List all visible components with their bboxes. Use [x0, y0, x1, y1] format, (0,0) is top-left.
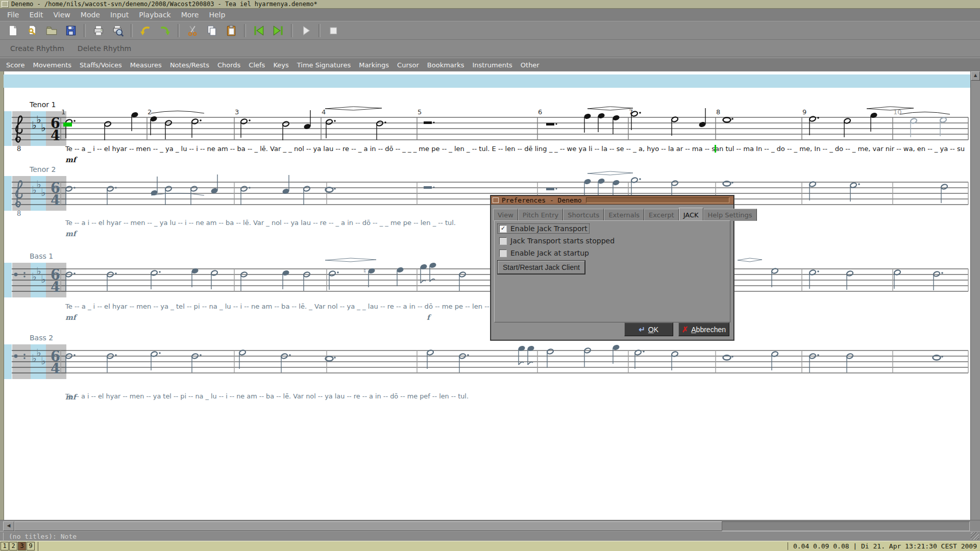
- score-menu-staffs-voices[interactable]: Staffs/Voices: [76, 60, 126, 70]
- tab-excerpt[interactable]: Excerpt: [644, 209, 679, 221]
- play-button[interactable]: [297, 23, 314, 38]
- note[interactable]: [211, 270, 218, 289]
- note[interactable]: [809, 181, 816, 201]
- checkbox-unchecked-icon[interactable]: [499, 237, 507, 245]
- score-canvas[interactable]: 123456789108♭♭♭64Tenor 1Te -- a _ i -- e…: [0, 71, 980, 520]
- horizontal-scrollbar[interactable]: ◀: [0, 520, 980, 531]
- tab-view[interactable]: View: [493, 209, 518, 221]
- note[interactable]: [240, 186, 251, 205]
- checkbox-unchecked-icon[interactable]: [499, 249, 507, 257]
- note[interactable]: [190, 186, 198, 205]
- scroll-left-icon[interactable]: ◀: [3, 521, 14, 531]
- note[interactable]: [933, 271, 943, 290]
- note[interactable]: [107, 186, 117, 205]
- window-menu-icon[interactable]: [2, 1, 8, 7]
- ok-button[interactable]: ↵ OK: [624, 322, 673, 336]
- document-properties-button[interactable]: [23, 23, 41, 38]
- horizontal-scroll-track[interactable]: [722, 521, 970, 531]
- vertical-scrollbar[interactable]: ▲: [970, 71, 980, 520]
- stop-button[interactable]: [325, 23, 342, 38]
- note[interactable]: [771, 268, 778, 287]
- menu-playback[interactable]: Playback: [134, 10, 176, 20]
- note[interactable]: [723, 181, 733, 186]
- checkbox-row[interactable]: Enable Jack at startup: [498, 248, 591, 258]
- score-menu-other[interactable]: Other: [517, 60, 544, 70]
- note[interactable]: [282, 175, 289, 194]
- note[interactable]: [151, 270, 161, 289]
- cancel-button[interactable]: ✗ Abbrechen: [678, 322, 729, 336]
- note[interactable]: [723, 355, 733, 360]
- workspace-3[interactable]: 3: [18, 542, 26, 550]
- note[interactable]: [282, 121, 289, 140]
- lyrics-line[interactable]: Te -- a i -- el hyar -- men -- ya tel --…: [65, 392, 469, 400]
- note[interactable]: [634, 349, 645, 369]
- go-to-end-button[interactable]: [270, 23, 287, 38]
- scroll-up-icon[interactable]: ▲: [971, 71, 980, 81]
- score-menu-markings[interactable]: Markings: [355, 60, 393, 70]
- workspace-9[interactable]: 9: [27, 542, 35, 550]
- note[interactable]: [282, 270, 289, 289]
- workspace-2[interactable]: 2: [9, 542, 17, 550]
- score-menu-chords[interactable]: Chords: [213, 60, 244, 70]
- menu-mode[interactable]: Mode: [76, 10, 105, 20]
- print-button[interactable]: [90, 23, 107, 38]
- menu-more[interactable]: More: [176, 10, 204, 20]
- checkbox-row[interactable]: Jack Transport starts stopped: [498, 236, 616, 245]
- note[interactable]: [304, 110, 311, 130]
- note[interactable]: [191, 118, 202, 138]
- go-to-start-button[interactable]: [250, 23, 267, 38]
- score-menu-instruments[interactable]: Instruments: [468, 60, 516, 70]
- workspace-1[interactable]: 1: [1, 542, 9, 550]
- note[interactable]: [65, 186, 76, 205]
- score-menu-keys[interactable]: Keys: [269, 60, 292, 70]
- note[interactable]: [429, 262, 436, 282]
- menu-file[interactable]: File: [2, 10, 24, 20]
- score-menu-notes-rests[interactable]: Notes/Rests: [166, 60, 213, 70]
- horizontal-scroll-thumb[interactable]: [14, 521, 723, 531]
- note[interactable]: [723, 117, 733, 122]
- copy-button[interactable]: [203, 23, 220, 38]
- new-document-button[interactable]: [4, 23, 21, 38]
- score-menu-clefs[interactable]: Clefs: [244, 60, 269, 70]
- dialog-titlebar[interactable]: Preferences - Denemo: [491, 196, 733, 205]
- lyrics-line[interactable]: Te -- a _ i -- el hyar -- men -- ya _ te…: [65, 303, 494, 310]
- note[interactable]: [850, 182, 860, 202]
- note[interactable]: [376, 120, 386, 140]
- note[interactable]: [150, 116, 157, 135]
- tab-shortcuts[interactable]: Shortcuts: [563, 209, 604, 221]
- score-menu-score[interactable]: Score: [2, 60, 29, 70]
- window-titlebar[interactable]: Denemo - /home/nils/wacost-svn/denemo/20…: [0, 0, 980, 9]
- resize-grip-icon[interactable]: [971, 532, 979, 540]
- lyrics-line[interactable]: Te -- a _ i -- el hyar -- men -- _ ya _ …: [65, 145, 965, 153]
- lyrics-line[interactable]: Te -- a i -- el hyar -- men -- _ ya lu -…: [65, 219, 456, 227]
- cut-button[interactable]: [184, 23, 201, 38]
- note[interactable]: [547, 348, 554, 368]
- score-menu-time-signatures[interactable]: Time Signatures: [293, 60, 355, 70]
- paste-button[interactable]: [223, 23, 240, 38]
- note[interactable]: [671, 116, 678, 136]
- note[interactable]: ♮: [363, 267, 375, 287]
- redo-button[interactable]: [156, 23, 174, 38]
- note[interactable]: [546, 188, 557, 190]
- note[interactable]: [239, 349, 246, 369]
- print-preview-button[interactable]: [109, 23, 127, 38]
- menu-help[interactable]: Help: [204, 10, 230, 20]
- note[interactable]: [427, 349, 434, 369]
- tab-help-settings[interactable]: Help Settings: [703, 209, 757, 221]
- menu-input[interactable]: Input: [105, 10, 134, 20]
- note[interactable]: [191, 268, 199, 287]
- tab-jack[interactable]: JACK: [679, 208, 703, 221]
- menu-view[interactable]: View: [48, 10, 76, 20]
- note[interactable]: [240, 118, 251, 138]
- start-restart-jack-button[interactable]: Start/Restart Jack Client: [498, 261, 585, 274]
- note[interactable]: [699, 108, 706, 128]
- score-menu-bookmarks[interactable]: Bookmarks: [423, 60, 469, 70]
- note[interactable]: [598, 113, 605, 132]
- note[interactable]: [612, 344, 620, 364]
- undo-button[interactable]: [137, 23, 154, 38]
- note[interactable]: [612, 115, 620, 134]
- note[interactable]: [165, 186, 172, 205]
- create-rhythm-button[interactable]: Create Rhythm: [10, 44, 64, 53]
- tab-externals[interactable]: Externals: [604, 209, 644, 221]
- note[interactable]: [546, 123, 557, 126]
